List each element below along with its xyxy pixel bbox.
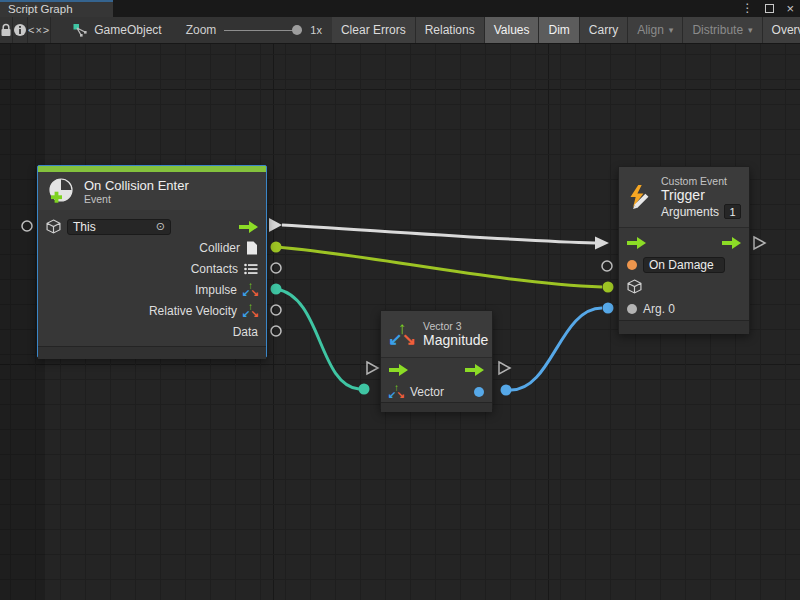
event-name-row: On Damage xyxy=(619,254,749,275)
vector3-icon: ↑↙↘ xyxy=(389,384,404,399)
arg0-row: Arg. 0 xyxy=(619,298,749,319)
port-arg0-input[interactable] xyxy=(603,303,614,314)
info-icon xyxy=(13,23,27,37)
dim-button[interactable]: Dim xyxy=(539,17,579,43)
vector3-icon: ↑↙↘ xyxy=(243,303,258,318)
string-port-dot[interactable] xyxy=(627,260,637,270)
align-dropdown[interactable]: Align ▾ xyxy=(628,17,683,43)
tab-title: Script Graph xyxy=(8,3,73,15)
port-magnitude-flow-output[interactable] xyxy=(499,362,510,374)
float-output-port-dot[interactable] xyxy=(474,387,484,397)
cube-icon xyxy=(627,279,642,294)
port-event-flow-output[interactable] xyxy=(754,237,765,249)
flow-arrow-icon xyxy=(627,237,646,249)
port-flow-output[interactable] xyxy=(269,218,282,232)
flow-row xyxy=(381,359,492,380)
tab-script-graph[interactable]: Script Graph xyxy=(0,0,113,17)
node-category: Vector 3 xyxy=(423,320,488,332)
gameobject-label: GameObject xyxy=(94,23,161,37)
zoom-slider[interactable] xyxy=(224,23,302,37)
port-impulse-output[interactable] xyxy=(271,284,282,295)
port-row-contacts: Contacts xyxy=(38,258,266,279)
chevron-down-icon: ▾ xyxy=(669,25,674,35)
chevron-down-icon: ▾ xyxy=(748,25,753,35)
arguments-label: Arguments xyxy=(661,205,719,219)
port-row-impulse: Impulse ↑↙↘ xyxy=(38,279,266,300)
port-vector-input[interactable] xyxy=(359,384,370,395)
target-picker-icon[interactable]: ⊙ xyxy=(150,220,165,233)
flow-arrow-icon xyxy=(389,364,408,376)
wire-magnitude-blue[interactable] xyxy=(511,308,602,390)
node-title: Magnitude xyxy=(423,332,488,348)
relations-button[interactable]: Relations xyxy=(416,17,485,43)
port-magnitude-flow-input[interactable] xyxy=(367,362,378,374)
custom-event-icon xyxy=(627,182,653,212)
carry-button[interactable]: Carry xyxy=(580,17,628,43)
port-row-data: Data xyxy=(38,321,266,342)
event-target-row xyxy=(619,276,749,297)
node-footer xyxy=(381,402,492,412)
node-trigger-custom-event[interactable]: Custom Event Trigger Arguments 1 xyxy=(618,166,750,333)
port-event-name-input[interactable] xyxy=(602,261,612,271)
event-name-field[interactable]: On Damage xyxy=(643,257,725,273)
arguments-field[interactable]: 1 xyxy=(724,204,741,219)
port-collider-output[interactable] xyxy=(271,242,282,253)
port-contacts-output[interactable] xyxy=(271,263,281,273)
vector3-icon: ↑↙↘ xyxy=(389,321,415,347)
port-target-input[interactable] xyxy=(22,221,32,231)
distribute-dropdown[interactable]: Distribute ▾ xyxy=(683,17,762,43)
zoom-value: 1x xyxy=(310,24,322,36)
port-relative-velocity-output[interactable] xyxy=(271,305,281,315)
zoom-slider-handle[interactable] xyxy=(292,25,302,35)
zoom-slider-track xyxy=(224,30,302,31)
code-view-button[interactable]: <×> xyxy=(28,17,51,43)
lock-icon xyxy=(0,23,12,37)
node-title: On Collision Enter xyxy=(84,178,189,193)
wire-collider-green[interactable] xyxy=(276,247,602,287)
flow-arrow-icon xyxy=(722,237,741,249)
node-footer xyxy=(38,346,266,359)
flow-arrow-icon xyxy=(239,221,258,233)
node-category: Custom Event xyxy=(661,175,741,187)
code-icon: <×> xyxy=(28,24,50,36)
node-on-collision-enter[interactable]: On Collision Enter Event This ⊙ Collider xyxy=(37,165,267,358)
port-row-relative-velocity: Relative Velocity ↑↙↘ xyxy=(38,300,266,321)
graph-canvas[interactable]: On Collision Enter Event This ⊙ Collider xyxy=(0,44,800,600)
vector-input-row: ↑↙↘ Vector xyxy=(381,381,492,402)
values-button[interactable]: Values xyxy=(485,17,540,43)
flow-row xyxy=(619,232,749,253)
cube-icon xyxy=(46,219,61,234)
target-field[interactable]: This ⊙ xyxy=(67,219,171,235)
port-row-collider: Collider xyxy=(38,237,266,258)
node-vector3-magnitude[interactable]: ↑↙↘ Vector 3 Magnitude ↑↙↘ Vector xyxy=(380,310,493,410)
overview-button[interactable]: Overview xyxy=(763,17,800,43)
port-magnitude-result-output[interactable] xyxy=(501,385,512,396)
port-data-output[interactable] xyxy=(271,326,281,336)
file-icon xyxy=(246,241,258,255)
node-title: Trigger xyxy=(661,187,741,203)
node-footer xyxy=(619,320,749,334)
gameobject-context[interactable]: GameObject xyxy=(51,17,171,43)
wire-impulse-teal[interactable] xyxy=(276,289,359,389)
port-event-target-input[interactable] xyxy=(603,282,614,293)
wire-flow-white[interactable] xyxy=(282,225,595,243)
title-bar: Script Graph ⋮ × xyxy=(0,0,800,17)
maximize-icon[interactable] xyxy=(765,4,774,13)
on-collision-enter-icon xyxy=(46,176,76,206)
lock-button[interactable] xyxy=(0,17,13,43)
gameobject-icon xyxy=(73,23,88,37)
wire-flow-arrowhead xyxy=(595,237,609,250)
list-icon xyxy=(244,263,258,275)
flow-arrow-icon xyxy=(465,364,484,376)
zoom-control: Zoom 1x xyxy=(172,17,330,43)
arg0-port-dot[interactable] xyxy=(627,304,637,314)
zoom-label: Zoom xyxy=(186,23,217,37)
vector3-icon: ↑↙↘ xyxy=(243,282,258,297)
target-row: This ⊙ xyxy=(38,216,266,237)
node-subtitle: Event xyxy=(84,193,189,205)
clear-errors-button[interactable]: Clear Errors xyxy=(332,17,416,43)
info-button[interactable] xyxy=(13,17,28,43)
kebab-menu-icon[interactable]: ⋮ xyxy=(741,0,753,17)
close-icon[interactable]: × xyxy=(786,0,794,17)
graph-toolbar: <×> GameObject Zoom 1x Clear Errors Rela… xyxy=(0,17,800,44)
